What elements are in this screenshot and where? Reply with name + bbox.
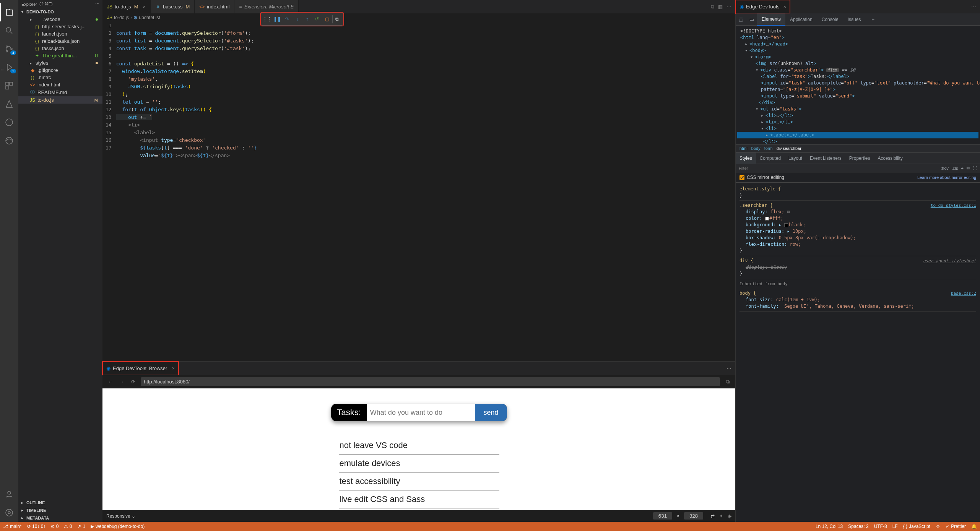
code-content[interactable]: const form = document.querySelector('#fo…	[116, 22, 735, 361]
responsive-dropdown[interactable]: Responsive ⌄	[106, 513, 135, 519]
outline-section[interactable]: OUTLINE	[18, 499, 102, 507]
layout-tab[interactable]: Layout	[785, 153, 806, 164]
devtools-tab[interactable]: ◉ Edge DevTools ×	[736, 0, 790, 13]
elements-tree[interactable]: <!DOCTYPE html> <html lang="en"> ▸<head>…	[736, 26, 980, 144]
bell-icon[interactable]: 🔔	[971, 524, 977, 529]
close-icon[interactable]: ×	[143, 4, 146, 10]
more-icon[interactable]: ⋯	[726, 4, 731, 10]
file-readme[interactable]: ⓘREADME.md	[18, 88, 102, 96]
styles-filter-input[interactable]	[739, 166, 938, 171]
styles-tab[interactable]: Styles	[736, 153, 756, 164]
more-icon[interactable]: ⋯	[967, 4, 980, 10]
timeline-section[interactable]: TIMELINE	[18, 507, 102, 514]
tab-extension[interactable]: ≡Extension: Microsoft E	[234, 0, 299, 13]
lang-status[interactable]: { } JavaScript	[903, 524, 930, 529]
properties-tab[interactable]: Properties	[845, 153, 874, 164]
mirror-checkbox[interactable]	[739, 175, 744, 180]
close-icon[interactable]: ×	[783, 4, 786, 10]
step-over-icon[interactable]: ↷	[283, 15, 292, 24]
azure-icon[interactable]	[0, 95, 18, 113]
tool-tab-application[interactable]: Application	[785, 13, 817, 26]
cls-toggle[interactable]: .cls	[952, 166, 958, 171]
list-item[interactable]: test accessibility	[339, 473, 499, 490]
tab-todojs[interactable]: JSto-do.jsM×	[102, 0, 151, 13]
hov-toggle[interactable]: :hov	[941, 166, 949, 171]
debug-status[interactable]: ▶ webdebug (demo-to-do)	[91, 524, 145, 529]
screencast-icon[interactable]: ⧉	[332, 15, 341, 24]
width-input[interactable]	[653, 512, 672, 520]
wand-icon[interactable]: ✦	[719, 513, 723, 519]
screencast-icon[interactable]: ⧉	[724, 379, 731, 385]
eventlisteners-tab[interactable]: Event Listeners	[806, 153, 845, 164]
sync-status[interactable]: ⟳ 10↓ 0↑	[27, 524, 46, 529]
close-icon[interactable]: ×	[172, 365, 175, 371]
edge-icon[interactable]	[0, 132, 18, 150]
extensions-icon[interactable]	[0, 76, 18, 95]
file-item[interactable]: ✦The great thin...U	[18, 52, 102, 59]
tool-tab-elements[interactable]: Elements	[757, 13, 785, 26]
account-icon[interactable]	[0, 485, 18, 503]
stop-icon[interactable]: ▢	[322, 15, 332, 24]
browser-tab[interactable]: ◉ Edge DevTools: Browser ×	[102, 362, 179, 375]
encoding-status[interactable]: UTF-8	[874, 524, 887, 529]
warnings-status[interactable]: ⚠ 0	[64, 524, 72, 529]
expand-icon[interactable]: ⛶	[973, 166, 977, 171]
reload-icon[interactable]: ⟳	[129, 379, 137, 385]
tool-tab-console[interactable]: Console	[817, 13, 843, 26]
pause-icon[interactable]: ❚❚	[273, 15, 282, 24]
list-item[interactable]: not leave VS code	[339, 437, 499, 455]
more-icon[interactable]: ⋯	[95, 2, 99, 6]
folder-styles[interactable]: styles	[18, 59, 102, 67]
send-button[interactable]: send	[475, 404, 507, 421]
file-indexhtml[interactable]: <>index.html	[18, 81, 102, 88]
cursor-pos[interactable]: Ln 12, Col 13	[816, 524, 843, 529]
errors-status[interactable]: ⊘ 0	[51, 524, 59, 529]
tool-tab-issues[interactable]: Issues	[843, 13, 866, 26]
accessibility-tab[interactable]: Accessibility	[874, 153, 907, 164]
device-icon[interactable]: ⧉	[967, 166, 970, 171]
more-icon[interactable]: ⋯	[723, 365, 735, 371]
file-item[interactable]: http-server-tasks.j...	[18, 23, 102, 30]
url-input[interactable]	[141, 377, 720, 386]
settings-icon[interactable]	[0, 503, 18, 522]
back-icon[interactable]: ←	[106, 379, 114, 385]
devtools-toggle-icon[interactable]: ◉	[728, 513, 731, 519]
task-input[interactable]	[367, 404, 475, 421]
drag-handle-icon[interactable]: ⋮⋮	[263, 15, 272, 24]
prettier-status[interactable]: ✓ Prettier	[946, 524, 966, 529]
inspect-icon[interactable]: ⬚	[736, 16, 746, 22]
browser-viewport[interactable]: Tasks: send not leave VS code emulate de…	[102, 388, 735, 510]
step-into-icon[interactable]: ↓	[293, 15, 302, 24]
forward-icon[interactable]: →	[118, 379, 125, 385]
root-folder[interactable]: DEMO-TO-DO	[18, 8, 102, 16]
height-input[interactable]	[684, 512, 703, 520]
eol-status[interactable]: LF	[892, 524, 898, 529]
tab-basecss[interactable]: #base.cssM	[151, 0, 195, 13]
computed-tab[interactable]: Computed	[756, 153, 785, 164]
rotate-icon[interactable]: ⇄	[711, 513, 715, 519]
add-rule-icon[interactable]: +	[961, 166, 964, 171]
file-item[interactable]: reload-tasks.json	[18, 37, 102, 45]
list-item[interactable]: emulate devices	[339, 455, 499, 473]
code-editor[interactable]: 1234567891011121314151617 const form = d…	[102, 22, 735, 361]
list-item[interactable]: live edit CSS and Sass	[339, 490, 499, 508]
mirror-link[interactable]: Learn more about mirror editing	[917, 175, 976, 180]
folder-vscode[interactable]: .vscode	[18, 16, 102, 23]
compare-icon[interactable]: ⧉	[711, 4, 714, 10]
search-activity-icon[interactable]	[0, 21, 18, 40]
file-todojs[interactable]: JSto-do.jsM	[18, 96, 102, 104]
scm-icon[interactable]: 4	[0, 40, 18, 58]
split-icon[interactable]: ▥	[718, 4, 723, 10]
explorer-icon[interactable]	[0, 3, 18, 21]
file-gitignore[interactable]: ◆.gitignore	[18, 67, 102, 74]
branch-status[interactable]: ⎇ main*	[3, 524, 22, 529]
tab-indexhtml[interactable]: <>index.html	[195, 0, 234, 13]
ports-status[interactable]: ↗ 1	[77, 524, 85, 529]
restart-icon[interactable]: ↺	[312, 15, 322, 24]
file-item[interactable]: launch.json	[18, 30, 102, 37]
styles-panel[interactable]: element.style { } to-do-styles.css:1.sea…	[736, 183, 980, 522]
metadata-section[interactable]: METADATA	[18, 514, 102, 522]
file-item[interactable]: tasks.json	[18, 45, 102, 52]
feedback-icon[interactable]: ☺	[936, 524, 940, 529]
file-hintrc[interactable]: .hintrc	[18, 74, 102, 81]
